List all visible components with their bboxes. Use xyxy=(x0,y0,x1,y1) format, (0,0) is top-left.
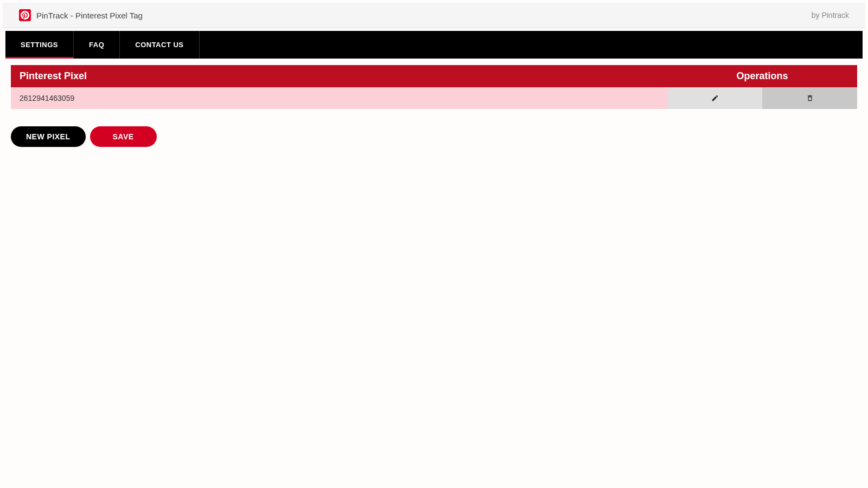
pixel-table: Pinterest Pixel Operations 2612941463059 xyxy=(11,65,857,109)
delete-button[interactable] xyxy=(762,87,857,109)
table-header: Pinterest Pixel Operations xyxy=(11,65,857,87)
table-row: 2612941463059 xyxy=(11,87,857,109)
pixel-id-cell: 2612941463059 xyxy=(11,87,667,109)
column-header-pixel: Pinterest Pixel xyxy=(11,65,667,87)
pinterest-icon xyxy=(19,9,31,21)
button-row: NEW PIXEL SAVE xyxy=(11,126,857,147)
content-area: Pinterest Pixel Operations 2612941463059… xyxy=(0,59,868,153)
app-title: PinTrack - Pinterest Pixel Tag xyxy=(36,11,143,20)
tab-settings[interactable]: SETTINGS xyxy=(5,31,74,59)
top-bar: PinTrack - Pinterest Pixel Tag by Pintra… xyxy=(3,3,865,28)
new-pixel-button[interactable]: NEW PIXEL xyxy=(11,126,86,147)
top-bar-left: PinTrack - Pinterest Pixel Tag xyxy=(19,9,143,21)
column-header-operations: Operations xyxy=(667,65,857,87)
tab-contact-us[interactable]: CONTACT US xyxy=(120,31,199,59)
save-button[interactable]: SAVE xyxy=(90,126,157,147)
trash-icon xyxy=(806,94,814,102)
pencil-icon xyxy=(711,94,719,102)
edit-button[interactable] xyxy=(667,87,762,109)
tab-faq[interactable]: FAQ xyxy=(74,31,120,59)
nav-bar: SETTINGS FAQ CONTACT US xyxy=(5,31,863,59)
by-attribution: by Pintrack xyxy=(812,11,849,20)
